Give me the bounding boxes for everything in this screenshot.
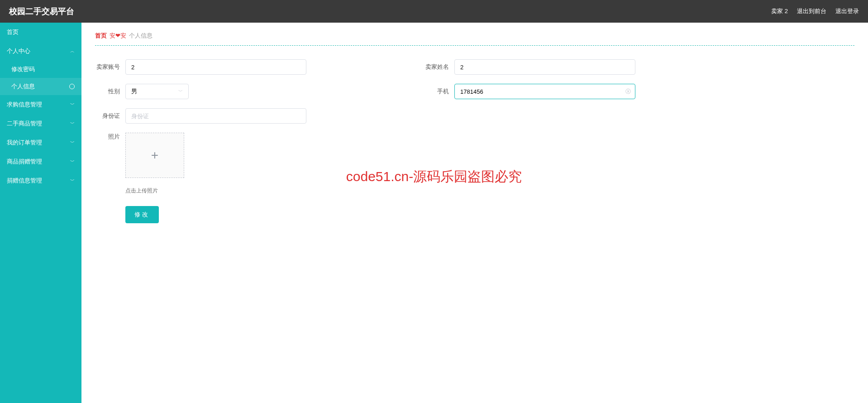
id-card-label: 身份证: [95, 112, 120, 120]
sidebar-personal-info-label: 个人信息: [11, 82, 35, 91]
sidebar: 首页 个人中心 ︿ 修改密码 个人信息 求购信息管理 ﹀ 二手商品管理 ﹀ 我的…: [0, 23, 81, 403]
breadcrumb-current: 个人信息: [129, 32, 153, 40]
sidebar-secondhand-mgmt[interactable]: 二手商品管理 ﹀: [0, 114, 81, 133]
breadcrumb: 首页 安❤安 个人信息: [95, 32, 854, 46]
photo-hint: 点击上传照片: [125, 187, 854, 195]
submit-button[interactable]: 修改: [125, 206, 159, 223]
chevron-down-icon: ﹀: [70, 139, 75, 146]
chevron-down-icon: ﹀: [70, 101, 75, 108]
header-right: 卖家 2 退出到前台 退出登录: [771, 7, 859, 15]
sidebar-order-mgmt-label: 我的订单管理: [7, 139, 42, 147]
exit-to-front-link[interactable]: 退出到前台: [797, 7, 826, 15]
breadcrumb-home[interactable]: 首页: [95, 32, 107, 40]
main-content: 首页 安❤安 个人信息 卖家账号 卖家姓名 性别 男: [81, 23, 868, 403]
sidebar-donation-mgmt-label: 商品捐赠管理: [7, 158, 42, 166]
form-area: 卖家账号 卖家姓名 性别 男 ﹀ 手机: [95, 46, 854, 223]
seller-account-label: 卖家账号: [95, 63, 120, 71]
sidebar-home[interactable]: 首页: [0, 23, 81, 42]
seller-account-input[interactable]: [125, 59, 306, 75]
header-bar: 校园二手交易平台 卖家 2 退出到前台 退出登录: [0, 0, 868, 23]
logout-link[interactable]: 退出登录: [835, 7, 859, 15]
gender-select[interactable]: 男 ﹀: [125, 84, 189, 99]
user-label[interactable]: 卖家 2: [771, 7, 788, 15]
gender-value: 男: [131, 87, 137, 96]
breadcrumb-heart-icon: 安❤安: [110, 32, 126, 40]
id-card-input[interactable]: [125, 108, 306, 124]
gender-label: 性别: [95, 87, 120, 96]
sidebar-secondhand-mgmt-label: 二手商品管理: [7, 120, 42, 128]
sidebar-home-label: 首页: [7, 28, 19, 36]
sidebar-order-mgmt[interactable]: 我的订单管理 ﹀: [0, 133, 81, 152]
chevron-down-icon: ﹀: [70, 178, 75, 184]
sidebar-donation-info-mgmt[interactable]: 捐赠信息管理 ﹀: [0, 171, 81, 190]
sidebar-donation-mgmt[interactable]: 商品捐赠管理 ﹀: [0, 152, 81, 171]
phone-label: 手机: [424, 87, 449, 96]
sidebar-personal-center[interactable]: 个人中心 ︿: [0, 42, 81, 61]
plus-icon: +: [151, 148, 158, 163]
seller-name-input[interactable]: [454, 59, 635, 75]
sidebar-personal-info[interactable]: 个人信息: [0, 78, 81, 95]
phone-input[interactable]: [454, 84, 635, 99]
sidebar-personal-center-label: 个人中心: [7, 47, 30, 55]
chevron-down-icon: ﹀: [70, 158, 75, 165]
sidebar-donation-info-mgmt-label: 捐赠信息管理: [7, 177, 42, 185]
clear-icon[interactable]: ⓧ: [625, 88, 631, 96]
photo-label: 照片: [95, 133, 120, 141]
sidebar-change-password-label: 修改密码: [11, 65, 35, 73]
app-title: 校园二手交易平台: [9, 6, 74, 17]
active-indicator-icon: [69, 84, 75, 89]
chevron-down-icon: ﹀: [70, 120, 75, 127]
sidebar-purchase-mgmt[interactable]: 求购信息管理 ﹀: [0, 95, 81, 114]
sidebar-purchase-mgmt-label: 求购信息管理: [7, 101, 42, 109]
seller-name-label: 卖家姓名: [424, 63, 449, 71]
sidebar-change-password[interactable]: 修改密码: [0, 61, 81, 78]
chevron-up-icon: ︿: [70, 48, 75, 54]
photo-upload[interactable]: +: [125, 133, 184, 178]
chevron-down-icon: ﹀: [178, 88, 183, 95]
